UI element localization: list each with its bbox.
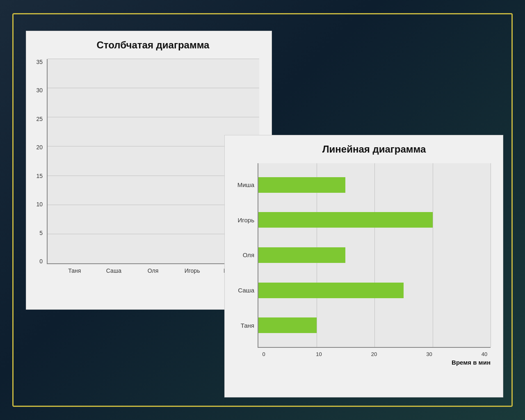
hbar-row: Игорь (258, 209, 491, 231)
hbar-x-label: 20 (368, 351, 380, 357)
bar-y-label: 0 (28, 258, 43, 264)
bar-y-label: 20 (28, 144, 43, 150)
hbar-x-labels: 010203040 (258, 348, 491, 357)
bar-y-label: 5 (28, 230, 43, 236)
bar-x-label: Оля (133, 267, 173, 274)
hbar-x-label: 10 (313, 351, 325, 357)
hbar-row: Миша (258, 173, 491, 196)
hbar-rect (258, 283, 404, 298)
hbar-rect (258, 247, 345, 263)
bar-x-label: Игорь (173, 267, 212, 274)
bar-y-label: 30 (28, 87, 43, 93)
hbar-x-label: 40 (478, 351, 491, 357)
bar-y-label: 10 (28, 201, 43, 207)
hbar-grid-line (491, 163, 491, 347)
outer-border: Столбчатая диаграмма 05101520253035 Таня… (12, 13, 513, 407)
hbar-y-label: Миша (230, 181, 254, 188)
hbar-row: Таня (258, 314, 491, 337)
hbar-axis-title: Время в мин (258, 359, 491, 366)
hbars-bars-group: МишаИгорьОляСашаТаня (258, 163, 491, 347)
hbar-row: Оля (258, 244, 491, 266)
hbar-row: Саша (258, 279, 491, 301)
bar-y-label: 35 (28, 59, 43, 65)
hbar-y-label: Саша (230, 287, 254, 294)
hbar-x-label: 0 (258, 351, 270, 357)
bar-x-label: Саша (94, 267, 134, 274)
hbar-y-label: Игорь (230, 217, 254, 224)
hbar-x-label: 30 (423, 351, 436, 357)
bar-y-label: 15 (28, 173, 43, 179)
hbar-rect (258, 177, 345, 193)
bar-y-labels: 05101520253035 (28, 59, 43, 264)
hbar-y-label: Оля (230, 251, 254, 258)
bar-x-label: Таня (55, 267, 94, 274)
charts-container: Столбчатая диаграмма 05101520253035 Таня… (14, 14, 511, 406)
bar-y-label: 25 (28, 116, 43, 122)
hbar-chart-card: Линейная диаграмма МишаИгорьОляСашаТаня … (224, 135, 503, 397)
hbar-y-label: Таня (230, 322, 254, 329)
hbar-chart-title: Линейная диаграмма (258, 144, 491, 155)
hbar-rect (258, 212, 433, 228)
hbar-chart-area: МишаИгорьОляСашаТаня (258, 163, 491, 348)
bar-chart-title: Столбчатая диаграмма (47, 39, 259, 51)
hbar-rect (258, 317, 317, 333)
